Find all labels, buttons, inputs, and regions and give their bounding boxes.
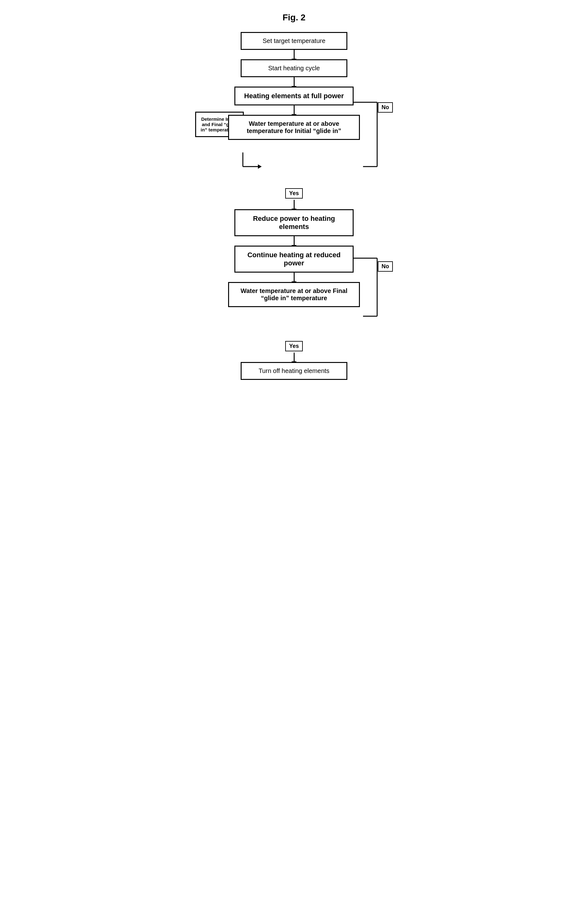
figure-title: Fig. 2 [192, 13, 396, 22]
arrow4 [294, 200, 295, 209]
arrow3 [294, 105, 295, 115]
section-full-power: Heating elements at full power Water tem… [192, 87, 396, 187]
start-heating-box: Start heating cycle [241, 59, 347, 77]
no-label-1: No [378, 102, 393, 113]
set-target-box: Set target temperature [241, 32, 347, 50]
page: Fig. 2 Set target temperature Start heat… [192, 6, 396, 392]
arrow7 [294, 352, 295, 362]
condition1-box: Water temperature at or above temperatur… [228, 115, 360, 140]
arrow5 [294, 236, 295, 246]
no-label-2: No [378, 261, 393, 272]
yes2-container: Yes [192, 340, 396, 352]
arrow6 [294, 273, 295, 282]
continue-heating-box: Continue heating at reduced power [234, 246, 354, 273]
yes1-container: Yes [192, 187, 396, 200]
arrow2 [294, 77, 295, 87]
reduce-power-box: Reduce power to heating elements [234, 209, 354, 236]
condition2-box: Water temperature at or above Final “gli… [228, 282, 360, 307]
full-power-box: Heating elements at full power [234, 87, 354, 105]
section-continue: Continue heating at reduced power Water … [192, 246, 396, 340]
arrow1 [294, 50, 295, 59]
turn-off-box: Turn off heating elements [241, 362, 347, 380]
yes-label-1: Yes [285, 188, 302, 198]
flowchart: Set target temperature Start heating cyc… [192, 32, 396, 380]
yes-label-2: Yes [285, 341, 302, 351]
svg-marker-6 [258, 164, 262, 169]
